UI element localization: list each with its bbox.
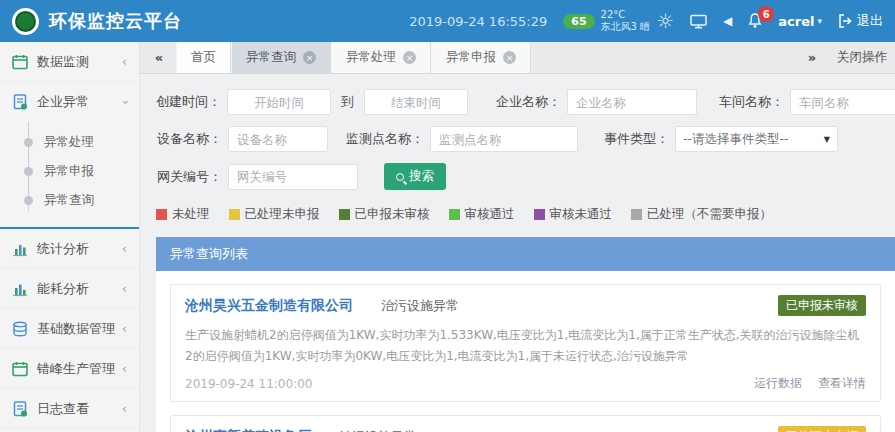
select-caret-icon: ▼: [824, 135, 830, 144]
sidebar: 数据监测 ‹ 企业异常 ‹ 异常处理 异常申报 异常查询: [0, 42, 140, 432]
aqi-badge: 65: [563, 14, 594, 29]
tab-label: 异常处理: [346, 49, 396, 66]
company-name-link[interactable]: 沧州宇新养殖设备厂: [185, 428, 311, 432]
sidebar-item-abnormal-declare[interactable]: 异常申报: [0, 157, 139, 186]
tab-abnormal-handle[interactable]: 异常处理 ×: [331, 42, 431, 73]
device-name-input[interactable]: [228, 126, 328, 152]
scroll-tabs-left-icon[interactable]: «: [140, 42, 176, 73]
user-menu[interactable]: acrel ▾: [778, 14, 822, 29]
bullet-dot-icon: [24, 138, 33, 147]
to-label: 到: [341, 93, 354, 111]
sidebar-item-peak-production[interactable]: 错峰生产管理 ‹: [0, 349, 139, 389]
company-name-link[interactable]: 沧州昊兴五金制造有限公司: [185, 297, 353, 315]
top-header: 环保监控云平台 2019-09-24 16:55:29 65 22°C 东北风3…: [0, 0, 895, 42]
search-form-row-1: 创建时间： 到 企业名称： 车间名称：: [156, 89, 895, 115]
sidebar-item-label: 日志查看: [37, 400, 89, 418]
run-data-link[interactable]: 运行数据: [754, 375, 802, 392]
close-icon[interactable]: ×: [303, 51, 316, 64]
legend-item: 未处理: [156, 206, 210, 223]
legend-item: 审核未通过: [534, 206, 613, 223]
sidebar-subitem-label: 异常查询: [44, 192, 94, 209]
event-description: 生产设施射蜡机2的启停阀值为1KW,实时功率为1.533KW,电压变比为1,电流…: [185, 325, 866, 367]
tab-home[interactable]: 首页: [176, 42, 231, 73]
sidebar-item-data-monitor[interactable]: 数据监测 ‹: [0, 42, 139, 82]
wind-label: 东北风3 晴: [601, 21, 651, 34]
legend-item: 已申报未审核: [339, 206, 430, 223]
end-time-input[interactable]: [364, 89, 468, 115]
temperature-label: 22°C: [601, 9, 651, 22]
weather-widget: 65 22°C 东北风3 晴 ☼: [563, 9, 674, 34]
legend-swatch: [229, 209, 240, 220]
tab-label: 首页: [191, 49, 216, 66]
event-type-select[interactable]: --请选择事件类型-- ▼: [675, 126, 838, 152]
search-icon: [396, 173, 404, 181]
speaker-icon[interactable]: ◀: [723, 14, 732, 28]
chevron-down-icon: ‹: [117, 99, 132, 104]
legend-swatch: [156, 209, 167, 220]
status-badge: 已申报未审核: [778, 295, 866, 316]
list-item: 沧州昊兴五金制造有限公司 治污设施异常 已申报未审核 生产设施射蜡机2的启停阀值…: [170, 284, 881, 402]
bullet-dot-icon: [24, 196, 33, 205]
legend-swatch: [449, 209, 460, 220]
scroll-tabs-right-icon[interactable]: »: [793, 50, 829, 65]
sidebar-item-abnormal-query[interactable]: 异常查询: [0, 186, 139, 215]
gateway-number-input[interactable]: [228, 164, 358, 190]
sidebar-item-statistics[interactable]: 统计分析 ‹: [0, 229, 139, 269]
sidebar-item-label: 错峰生产管理: [37, 360, 115, 378]
sidebar-item-label: 企业异常: [37, 93, 89, 111]
sidebar-item-label: 统计分析: [37, 240, 89, 258]
calendar-icon: [12, 361, 28, 377]
bullet-dot-icon: [24, 167, 33, 176]
close-icon[interactable]: ×: [503, 51, 516, 64]
device-name-label: 设备名称：: [156, 130, 222, 148]
app-logo-icon: [12, 8, 39, 35]
sidebar-subitem-label: 异常申报: [44, 163, 94, 180]
sidebar-item-enterprise-abnormal[interactable]: 企业异常 ‹: [0, 82, 139, 122]
query-result-panel: 异常查询列表 沧州昊兴五金制造有限公司 治污设施异常 已申报未审核 生产设施射蜡…: [156, 237, 895, 432]
logout-button[interactable]: 退出: [838, 12, 883, 30]
close-icon[interactable]: ×: [403, 51, 416, 64]
event-type-text: 治污设施异常: [339, 428, 417, 432]
gateway-number-label: 网关编号：: [156, 168, 222, 186]
monitor-point-label: 监测点名称：: [346, 130, 424, 148]
status-legend: 未处理 已处理未申报 已申报未审核 审核通过 审核未通过 已处理（不需要申报）: [156, 206, 895, 223]
company-name-label: 企业名称：: [496, 93, 561, 111]
tab-label: 异常查询: [246, 49, 296, 66]
doc-icon: [12, 94, 28, 110]
calendar-icon: [12, 54, 28, 70]
sidebar-item-log-view[interactable]: 日志查看 ‹: [0, 389, 139, 429]
sidebar-item-base-data[interactable]: 基础数据管理 ‹: [0, 309, 139, 349]
company-name-input[interactable]: [567, 89, 697, 115]
notification-bell-icon[interactable]: 6: [748, 13, 762, 29]
datetime-display: 2019-09-24 16:55:29: [409, 14, 547, 29]
chevron-left-icon: ‹: [122, 361, 127, 376]
tab-abnormal-query[interactable]: 异常查询 ×: [231, 42, 331, 73]
sidebar-subitem-label: 异常处理: [44, 134, 94, 151]
view-detail-link[interactable]: 查看详情: [818, 375, 866, 392]
monitor-point-input[interactable]: [430, 126, 578, 152]
start-time-input[interactable]: [227, 89, 331, 115]
workshop-name-input[interactable]: [790, 89, 895, 115]
sidebar-item-abnormal-handle[interactable]: 异常处理: [0, 128, 139, 157]
content-area: 创建时间： 到 企业名称： 车间名称： 设备名称： 监测点名称： 事件类型：: [140, 74, 895, 432]
tab-bar: « 首页 异常查询 × 异常处理 × 异常申报 × » 关: [140, 42, 895, 74]
chevron-left-icon: ‹: [122, 401, 127, 416]
status-badge: 已处理未申报: [778, 426, 866, 432]
chevron-left-icon: ‹: [122, 281, 127, 296]
event-type-text: 治污设施异常: [381, 297, 459, 315]
sidebar-item-energy-analysis[interactable]: 能耗分析 ‹: [0, 269, 139, 309]
monitor-icon[interactable]: [690, 14, 707, 29]
search-form-row-2: 设备名称： 监测点名称： 事件类型： --请选择事件类型-- ▼: [156, 126, 895, 152]
sun-icon: ☼: [656, 9, 674, 33]
close-operations-menu[interactable]: 关闭操作: [829, 49, 895, 66]
create-time-label: 创建时间：: [156, 93, 221, 111]
search-button[interactable]: 搜索: [384, 163, 446, 190]
search-form-row-3: 网关编号： 搜索: [156, 163, 895, 190]
legend-item: 审核通过: [449, 206, 515, 223]
bar-chart-icon: [12, 281, 28, 297]
legend-swatch: [631, 209, 642, 220]
app-window: 环保监控云平台 2019-09-24 16:55:29 65 22°C 东北风3…: [0, 0, 895, 432]
tab-abnormal-declare[interactable]: 异常申报 ×: [431, 42, 531, 73]
search-button-label: 搜索: [409, 168, 434, 185]
legend-item: 已处理（不需要申报）: [631, 206, 772, 223]
